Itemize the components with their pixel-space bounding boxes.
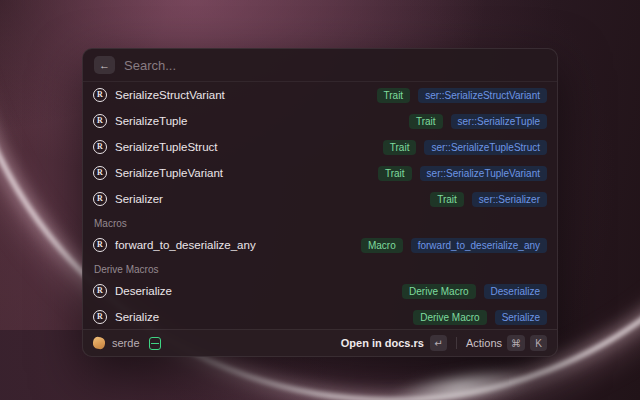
- result-row[interactable]: R Serialize Derive Macro Serialize: [83, 304, 557, 329]
- footer-bar: serde Open in docs.rs ↵ Actions ⌘ K: [83, 329, 557, 356]
- open-in-docs-button[interactable]: Open in docs.rs ↵: [341, 335, 447, 351]
- result-row[interactable]: R Serializer Trait ser::Serializer: [83, 186, 557, 212]
- docs-book-icon: [149, 337, 161, 350]
- rust-logo-icon: R: [93, 310, 107, 324]
- rust-logo-icon: R: [93, 166, 107, 180]
- search-bar: ←: [83, 49, 557, 82]
- result-row[interactable]: R SerializeTuple Trait ser::SerializeTup…: [83, 108, 557, 134]
- crate-name: serde: [112, 337, 140, 349]
- search-window: ← R SerializeStructVariant Trait ser::Se…: [82, 48, 558, 357]
- cmd-key-badge: ⌘: [507, 335, 525, 351]
- result-title: SerializeStructVariant: [115, 89, 225, 101]
- result-row[interactable]: R SerializeTupleStruct Trait ser::Serial…: [83, 134, 557, 160]
- back-arrow-icon: ←: [99, 60, 110, 71]
- open-in-docs-label: Open in docs.rs: [341, 337, 424, 349]
- result-title: SerializeTupleVariant: [115, 167, 223, 179]
- path-badge: ser::Serializer: [472, 192, 547, 207]
- path-badge: Serialize: [495, 310, 547, 325]
- serde-crate-icon: [92, 336, 106, 350]
- kind-badge: Trait: [430, 192, 464, 207]
- rust-logo-icon: R: [93, 192, 107, 206]
- section-header: Derive Macros: [83, 258, 557, 278]
- path-badge: ser::SerializeTuple: [451, 114, 547, 129]
- footer-divider: [456, 337, 457, 349]
- enter-key-badge: ↵: [430, 335, 447, 351]
- rust-logo-icon: R: [93, 140, 107, 154]
- kind-badge: Trait: [383, 140, 417, 155]
- kind-badge: Trait: [378, 166, 412, 181]
- result-row[interactable]: R Deserialize Derive Macro Deserialize: [83, 278, 557, 304]
- result-title: SerializeTuple: [115, 115, 187, 127]
- result-title: Deserialize: [115, 285, 172, 297]
- result-row[interactable]: R SerializeTupleVariant Trait ser::Seria…: [83, 160, 557, 186]
- result-title: forward_to_deserialize_any: [115, 239, 256, 251]
- result-title: SerializeTupleStruct: [115, 141, 217, 153]
- back-button[interactable]: ←: [94, 56, 115, 74]
- rust-logo-icon: R: [93, 114, 107, 128]
- path-badge: ser::SerializeTupleVariant: [420, 166, 547, 181]
- path-badge: forward_to_deserialize_any: [411, 238, 547, 253]
- kind-badge: Trait: [409, 114, 443, 129]
- path-badge: ser::SerializeTupleStruct: [424, 140, 547, 155]
- actions-label: Actions: [466, 337, 502, 349]
- result-row[interactable]: R SerializeStructVariant Trait ser::Seri…: [83, 82, 557, 108]
- path-badge: Deserialize: [484, 284, 547, 299]
- rust-logo-icon: R: [93, 284, 107, 298]
- rust-logo-icon: R: [93, 238, 107, 252]
- actions-button[interactable]: Actions ⌘ K: [466, 335, 547, 351]
- kind-badge: Derive Macro: [413, 310, 486, 325]
- result-title: Serializer: [115, 193, 163, 205]
- k-key-badge: K: [530, 335, 547, 351]
- result-row[interactable]: R forward_to_deserialize_any Macro forwa…: [83, 232, 557, 258]
- results-list: R SerializeStructVariant Trait ser::Seri…: [83, 82, 557, 329]
- path-badge: ser::SerializeStructVariant: [418, 88, 547, 103]
- kind-badge: Macro: [361, 238, 403, 253]
- kind-badge: Derive Macro: [402, 284, 475, 299]
- section-header: Macros: [83, 212, 557, 232]
- kind-badge: Trait: [377, 88, 411, 103]
- result-title: Serialize: [115, 311, 159, 323]
- search-input[interactable]: [124, 58, 546, 73]
- rust-logo-icon: R: [93, 88, 107, 102]
